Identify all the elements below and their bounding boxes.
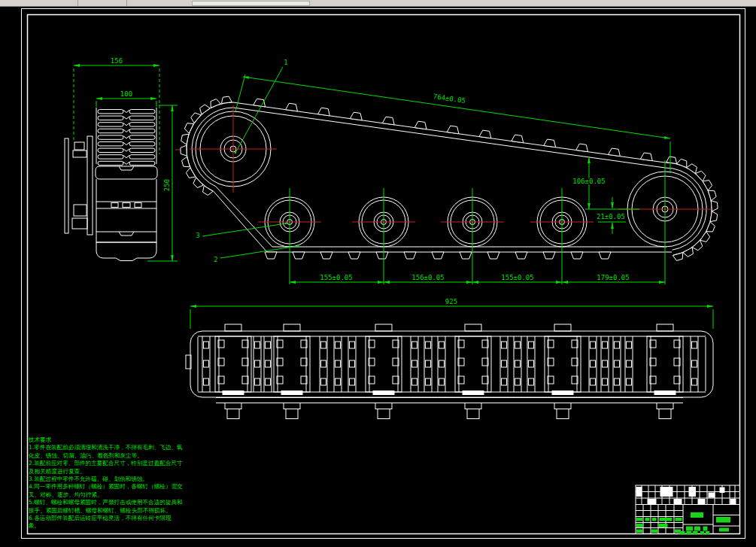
bolt	[73, 150, 87, 157]
title-text-blob	[659, 524, 668, 527]
shoe-sole	[654, 391, 676, 395]
title-text-blob	[651, 530, 658, 533]
tread-rib	[129, 129, 155, 132]
bottom-shoe	[96, 242, 156, 261]
title-text-blob	[694, 527, 700, 531]
link-pin	[529, 342, 534, 348]
bolt-shank	[378, 409, 390, 419]
note-line: 2.装配前应对零、部件的主要配合尺寸，特别是过盈配合尺寸	[29, 460, 202, 467]
link-pin	[627, 360, 632, 367]
dim-arrow	[171, 255, 174, 261]
track-grouser	[432, 252, 444, 259]
technical-notes: 技术要求 1.零件在装配前必须清理和清洗干净，不得有毛刺、飞边、氧 化皮、锈蚀、…	[29, 436, 202, 530]
dim-arrow	[562, 281, 568, 284]
tread-rib	[98, 161, 123, 165]
link-pin	[515, 360, 521, 367]
dim-arrow	[378, 281, 384, 284]
track-grouser	[710, 211, 718, 222]
bottom-view	[186, 324, 713, 419]
link-pin	[615, 342, 620, 348]
link-pin	[321, 360, 326, 367]
tread-rib	[129, 155, 155, 159]
shoe-sole	[281, 391, 302, 395]
tread-rib	[129, 110, 155, 114]
rect	[135, 203, 141, 208]
track-grouser	[543, 252, 555, 259]
title-text-blob	[676, 518, 682, 521]
bolt-flange	[284, 403, 300, 409]
title-text-blob	[636, 524, 643, 527]
path	[119, 232, 134, 236]
track-inner	[233, 108, 665, 168]
tread-rib	[123, 123, 129, 126]
dim-arrow	[587, 203, 591, 209]
window-toolbar-edge	[0, 0, 756, 7]
track-grouser	[460, 252, 472, 259]
dim-height-drop: 106±0.05	[572, 178, 605, 185]
track-grouser	[404, 252, 416, 259]
track-grouser	[609, 148, 621, 157]
track-grouser	[687, 164, 697, 174]
line	[235, 74, 245, 111]
leader-dot	[297, 245, 299, 248]
note-line: 扳手。紧固后螺钉槽、螺母和螺钉、螺栓头部不得损坏。	[29, 507, 202, 515]
tread-rib	[129, 123, 155, 126]
title-text-blob	[660, 518, 673, 521]
track-grouser	[320, 252, 332, 259]
dim-arrow	[472, 281, 478, 284]
tread-rib	[98, 142, 123, 146]
shoe-tab	[225, 324, 241, 331]
bolt	[74, 205, 87, 216]
track-grouser	[576, 144, 588, 152]
track-inner	[216, 187, 272, 247]
link-pin	[412, 378, 417, 385]
tread-rib	[123, 110, 129, 112]
track-grouser	[211, 99, 220, 108]
link-pin	[591, 360, 596, 367]
track-grouser	[414, 121, 427, 129]
path	[119, 166, 134, 170]
shoe-sole	[552, 391, 573, 395]
tread-rib	[129, 161, 155, 165]
track-grouser	[571, 252, 583, 259]
link-pin	[502, 378, 507, 385]
track-grouser	[708, 190, 716, 200]
track-grouser	[512, 135, 524, 143]
link-pin	[255, 378, 260, 385]
link-pin	[321, 342, 326, 348]
title-cell-filled	[636, 488, 642, 497]
dim-arrow	[96, 97, 102, 100]
link-pin	[335, 342, 341, 348]
shoe-sole	[463, 391, 484, 395]
track-grouser	[696, 171, 706, 181]
tread-rib	[98, 123, 123, 126]
track-grouser	[673, 253, 682, 261]
leader-dot	[285, 223, 287, 225]
link-pin	[515, 342, 521, 348]
toolbar-field	[192, 1, 310, 6]
dim-front-overall-width: 156	[111, 57, 123, 65]
dim-arrow	[707, 305, 713, 308]
track-grouser	[479, 130, 491, 138]
title-text-blob	[700, 531, 704, 535]
link-pin	[335, 378, 341, 385]
track-grouser	[711, 201, 718, 211]
dim-spacing-4: 179±0.05	[597, 274, 629, 281]
dim-arrow	[150, 97, 156, 100]
bolt-flange	[657, 403, 673, 409]
track-grouser	[193, 178, 203, 187]
link-pin	[255, 342, 260, 348]
link-pin	[266, 360, 271, 367]
bolt-flange	[375, 403, 392, 409]
dim-arrow	[587, 157, 591, 163]
link-pin	[627, 378, 632, 385]
track-grouser	[677, 159, 687, 167]
shoe-sole	[223, 391, 244, 395]
track-grouser	[203, 186, 214, 196]
track-band	[190, 331, 713, 397]
track-grouser	[186, 168, 195, 178]
link-pin	[266, 378, 271, 385]
track-grouser	[318, 108, 330, 116]
link-pin	[603, 342, 608, 348]
title-text-blob	[645, 518, 650, 521]
